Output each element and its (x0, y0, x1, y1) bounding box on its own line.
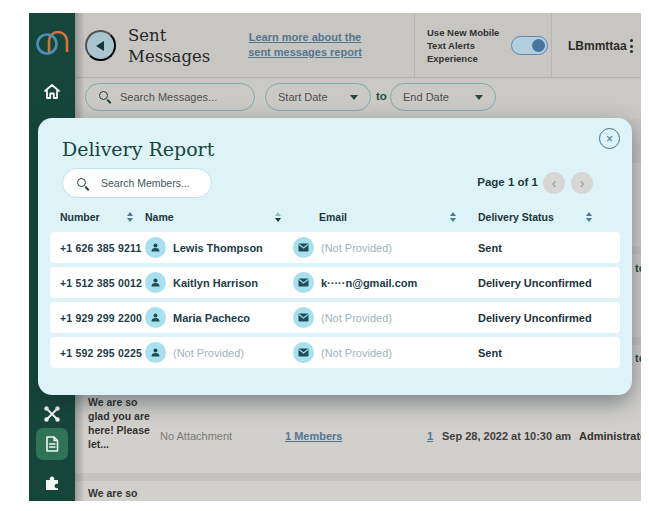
end-date-dropdown[interactable]: End Date (390, 83, 496, 111)
divider (551, 13, 552, 77)
date-range-to-label: to (376, 90, 387, 102)
pagination-label: Page 1 of 1 (418, 176, 538, 188)
member-name: (Not Provided) (173, 347, 244, 359)
member-email: k·····n@gmail.com (321, 277, 417, 289)
chevron-down-icon (475, 95, 483, 100)
toggle-knob (532, 39, 545, 52)
back-button[interactable] (85, 30, 116, 61)
divider (414, 13, 415, 77)
table-row[interactable]: +1 626 385 9211 Lewis Thompson (Not Prov… (50, 232, 620, 263)
active-item-highlight (36, 428, 68, 460)
network-icon[interactable] (29, 405, 75, 423)
person-icon (145, 307, 166, 328)
delivery-status: Sent (478, 242, 620, 254)
table-row[interactable]: +1 512 385 0012 Kaitlyn Harrison k·····n… (50, 267, 620, 298)
message-preview: We are so (88, 486, 152, 500)
delivery-status: Delivery Unconfirmed (478, 312, 620, 324)
filter-bar: Search Messages... Start Date to End Dat… (75, 79, 641, 119)
learn-more-link[interactable]: Learn more about the sent messages repor… (238, 30, 372, 60)
app-window: to to We are so glad you are here! Pleas… (29, 13, 641, 501)
clipped-text-fragment: to (635, 262, 641, 274)
app-logo[interactable] (35, 24, 69, 64)
username: LBmmttaa (568, 39, 627, 53)
email-icon (293, 237, 314, 258)
search-messages-field[interactable]: Search Messages... (85, 83, 255, 111)
document-icon (45, 436, 59, 452)
kebab-menu-icon[interactable] (624, 36, 638, 56)
sort-icon[interactable] (127, 212, 133, 222)
column-header-email[interactable]: Email (293, 211, 478, 223)
sidebar-item-reports[interactable] (29, 428, 75, 460)
member-number: +1 512 385 0012 (60, 277, 145, 289)
column-header-name[interactable]: Name (145, 211, 293, 223)
start-date-label: Start Date (278, 91, 328, 103)
start-date-dropdown[interactable]: Start Date (265, 83, 371, 111)
next-page-button[interactable]: › (571, 172, 593, 194)
member-email: (Not Provided) (321, 242, 392, 254)
sent-message-row[interactable]: We are so (75, 481, 641, 501)
delivery-status: Sent (478, 347, 620, 359)
person-icon (145, 272, 166, 293)
table-row[interactable]: +1 929 299 2200 Maria Pacheco (Not Provi… (50, 302, 620, 333)
member-number: +1 592 295 0225 (60, 347, 145, 359)
attachment-status: No Attachment (160, 430, 232, 442)
puzzle-icon[interactable] (29, 474, 75, 492)
chevron-down-icon (350, 95, 358, 100)
person-icon (145, 237, 166, 258)
search-messages-placeholder: Search Messages... (120, 91, 217, 103)
member-name: Kaitlyn Harrison (173, 277, 258, 289)
count-link[interactable]: 1 (427, 430, 433, 442)
column-header-delivery-status[interactable]: Delivery Status (478, 211, 620, 223)
member-email: (Not Provided) (321, 312, 392, 324)
sort-icon[interactable] (586, 212, 592, 222)
email-icon (293, 272, 314, 293)
search-icon (99, 91, 108, 100)
top-header: Sent Messages Learn more about the sent … (75, 13, 641, 78)
member-email: (Not Provided) (321, 347, 392, 359)
new-experience-toggle[interactable] (511, 36, 548, 55)
clipped-text-fragment: to (635, 352, 641, 364)
delivery-status: Delivery Unconfirmed (478, 277, 620, 289)
search-members-input[interactable] (101, 169, 206, 197)
search-icon (77, 178, 86, 187)
member-number: +1 626 385 9211 (60, 242, 145, 254)
delivery-report-modal: Delivery Report × Page 1 of 1 ‹ › Number… (38, 118, 632, 395)
table-header: Number Name Email Delivery Status (50, 207, 620, 227)
modal-title: Delivery Report (62, 138, 214, 160)
members-link[interactable]: 1 Members (285, 430, 342, 442)
search-members-field[interactable] (62, 168, 212, 198)
toggle-label: Use New Mobile Text Alerts Experience (427, 26, 507, 65)
sent-message-row[interactable]: We are so glad you are here! Please let.… (75, 385, 641, 473)
close-icon[interactable]: × (599, 128, 620, 149)
table-row[interactable]: +1 592 295 0225 (Not Provided) (Not Prov… (50, 337, 620, 368)
page-title: Sent Messages (128, 25, 220, 67)
column-header-number[interactable]: Number (60, 211, 145, 223)
sent-date: Sep 28, 2022 at 10:30 am (442, 430, 571, 442)
message-preview: We are so glad you are here! Please let.… (88, 395, 152, 451)
member-number: +1 929 299 2200 (60, 312, 145, 324)
member-name: Lewis Thompson (173, 242, 263, 254)
email-icon (293, 342, 314, 363)
member-name: Maria Pacheco (173, 312, 250, 324)
home-icon[interactable] (29, 83, 75, 100)
end-date-label: End Date (403, 91, 449, 103)
person-icon (145, 342, 166, 363)
sender-name: Administrator (579, 430, 641, 442)
sort-icon-active-desc[interactable] (275, 212, 281, 222)
email-icon (293, 307, 314, 328)
back-arrow-icon (96, 41, 104, 51)
previous-page-button[interactable]: ‹ (543, 172, 565, 194)
sort-icon[interactable] (450, 212, 456, 222)
